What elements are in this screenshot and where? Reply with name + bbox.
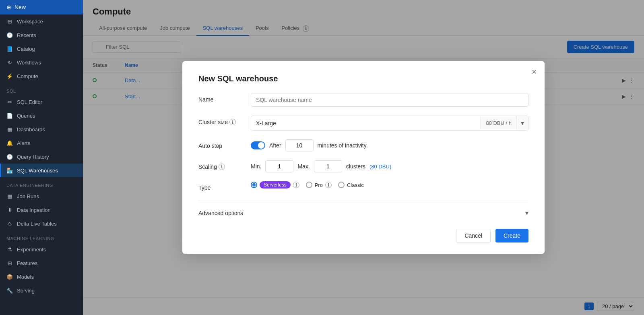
modal-footer: Cancel Create	[198, 229, 528, 242]
cluster-size-control: X-Large 2X-Large Small Medium Large 80 D…	[251, 116, 528, 131]
type-option-classic[interactable]: Classic	[338, 182, 364, 188]
sidebar-item-label: Features	[17, 260, 37, 266]
type-control: Serverless ℹ Pro ℹ Classic	[251, 181, 528, 189]
auto-stop-control: After minutes of inactivity.	[251, 139, 528, 151]
modal-close-button[interactable]: ×	[532, 68, 537, 76]
sidebar-item-label: Workflows	[17, 60, 41, 66]
auto-stop-label: Auto stop	[198, 139, 251, 149]
create-button[interactable]: Create	[495, 229, 528, 242]
sidebar-item-alerts[interactable]: 🔔 Alerts	[0, 136, 83, 150]
modal-overlay: New SQL warehouse × Name Cluster size ℹ	[83, 0, 644, 315]
cluster-size-select[interactable]: X-Large 2X-Large Small Medium Large	[251, 117, 481, 130]
sidebar-item-label: Data Ingestion	[17, 207, 51, 213]
sidebar-item-label: SQL Warehouses	[17, 168, 58, 174]
sidebar-item-workspace[interactable]: ⊞ Workspace	[0, 15, 83, 28]
type-option-pro[interactable]: Pro ℹ	[306, 182, 332, 188]
pro-info-icon[interactable]: ℹ	[325, 182, 332, 188]
cluster-size-info-icon[interactable]: ℹ	[229, 119, 236, 125]
main-content: Compute All-purpose compute Job compute …	[83, 0, 644, 315]
sidebar-item-sql-editor[interactable]: ✏ SQL Editor	[0, 95, 83, 109]
machine-learning-section-label: Machine Learning	[0, 230, 83, 242]
cancel-button[interactable]: Cancel	[456, 229, 491, 242]
serving-icon: 🔧	[6, 287, 13, 294]
sidebar-item-label: Delta Live Tables	[17, 221, 57, 227]
alerts-icon: 🔔	[6, 140, 13, 146]
catalog-icon: 📘	[6, 46, 13, 52]
sidebar-item-job-runs[interactable]: ▦ Job Runs	[0, 189, 83, 203]
scaling-max-input[interactable]	[314, 160, 342, 172]
sidebar-item-workflows[interactable]: ↻ Workflows	[0, 56, 83, 69]
sidebar-item-label: Models	[17, 274, 34, 280]
sidebar-item-data-ingestion[interactable]: ⬇ Data Ingestion	[0, 203, 83, 217]
serverless-radio[interactable]	[251, 182, 257, 188]
sidebar-item-serving[interactable]: 🔧 Serving	[0, 284, 83, 297]
new-sql-warehouse-modal: New SQL warehouse × Name Cluster size ℹ	[182, 61, 545, 254]
sql-editor-icon: ✏	[6, 99, 13, 105]
name-field-row: Name	[198, 93, 528, 107]
sidebar-item-label: Experiments	[17, 247, 46, 253]
sidebar-item-dashboards[interactable]: ▦ Dashboards	[0, 122, 83, 136]
sidebar-item-label: Catalog	[17, 46, 35, 52]
dbu-label: 80 DBU / h	[481, 117, 516, 129]
type-option-serverless[interactable]: Serverless ℹ	[251, 181, 299, 189]
dashboards-icon: ▦	[6, 126, 13, 133]
scaling-control: Min. Max. clusters (80 DBU)	[251, 160, 528, 172]
delta-live-tables-icon: ◇	[6, 220, 13, 227]
serverless-info-icon[interactable]: ℹ	[293, 182, 299, 188]
min-label: Min.	[251, 163, 261, 170]
advanced-options-label: Advanced options	[198, 210, 243, 216]
sql-section-label: SQL	[0, 83, 83, 95]
plus-icon: ⊕	[6, 4, 11, 10]
scaling-min-input[interactable]	[265, 160, 293, 172]
scaling-label: Scaling ℹ	[198, 160, 251, 170]
sidebar-item-recents[interactable]: 🕐 Recents	[0, 28, 83, 42]
auto-stop-minutes-input[interactable]	[285, 139, 314, 151]
sidebar-item-label: Workspace	[17, 19, 43, 25]
sidebar-item-label: SQL Editor	[17, 99, 42, 105]
classic-label: Classic	[347, 182, 364, 188]
name-control	[251, 93, 528, 107]
sidebar-item-queries[interactable]: 📄 Queries	[0, 109, 83, 122]
sidebar-item-sql-warehouses[interactable]: 🏪 SQL Warehouses	[0, 164, 83, 177]
sidebar-item-delta-live-tables[interactable]: ◇ Delta Live Tables	[0, 217, 83, 230]
query-history-icon: 🕐	[6, 153, 13, 160]
name-label: Name	[198, 93, 251, 103]
sidebar-item-features[interactable]: ⊞ Features	[0, 256, 83, 270]
classic-radio[interactable]	[338, 182, 345, 188]
sidebar-item-label: Queries	[17, 113, 35, 119]
sidebar-item-label: Dashboards	[17, 126, 45, 133]
sidebar-item-label: Query History	[17, 154, 49, 160]
modal-title: New SQL warehouse	[198, 74, 528, 83]
serverless-badge: Serverless	[260, 181, 291, 189]
type-field-row: Type Serverless ℹ Pro ℹ	[198, 181, 528, 191]
sidebar-item-experiments[interactable]: ⚗ Experiments	[0, 242, 83, 256]
sidebar-item-catalog[interactable]: 📘 Catalog	[0, 42, 83, 56]
inactivity-label: minutes of inactivity.	[318, 142, 368, 149]
sidebar-item-label: Job Runs	[17, 193, 39, 199]
workspace-icon: ⊞	[6, 18, 13, 25]
new-button[interactable]: ⊕ New	[0, 0, 83, 15]
experiments-icon: ⚗	[6, 246, 13, 253]
auto-stop-toggle-wrap: After minutes of inactivity.	[251, 139, 528, 151]
sidebar: ⊕ New ⊞ Workspace 🕐 Recents 📘 Catalog ↻ …	[0, 0, 83, 315]
sidebar-item-models[interactable]: 📦 Models	[0, 270, 83, 284]
auto-stop-field-row: Auto stop After minutes of inactivity.	[198, 139, 528, 151]
clusters-label: clusters	[346, 163, 365, 170]
type-options: Serverless ℹ Pro ℹ Classic	[251, 181, 528, 189]
data-engineering-section-label: Data Engineering	[0, 177, 83, 189]
advanced-options-row[interactable]: Advanced options ▾	[198, 207, 528, 219]
max-label: Max.	[297, 163, 310, 170]
scaling-wrap: Min. Max. clusters (80 DBU)	[251, 160, 528, 172]
name-input[interactable]	[251, 93, 528, 107]
sidebar-item-label: Compute	[17, 73, 38, 79]
sql-warehouses-icon: 🏪	[6, 167, 13, 174]
cluster-size-chevron-icon[interactable]: ▾	[516, 116, 528, 130]
advanced-options-chevron-icon: ▾	[525, 209, 528, 217]
pro-radio[interactable]	[306, 182, 312, 188]
cluster-size-select-wrap: X-Large 2X-Large Small Medium Large 80 D…	[251, 116, 528, 131]
scaling-info-icon[interactable]: ℹ	[219, 164, 225, 170]
sidebar-item-query-history[interactable]: 🕐 Query History	[0, 150, 83, 164]
auto-stop-toggle[interactable]	[251, 141, 265, 149]
recents-icon: 🕐	[6, 32, 13, 38]
sidebar-item-compute[interactable]: ⚡ Compute	[0, 69, 83, 83]
